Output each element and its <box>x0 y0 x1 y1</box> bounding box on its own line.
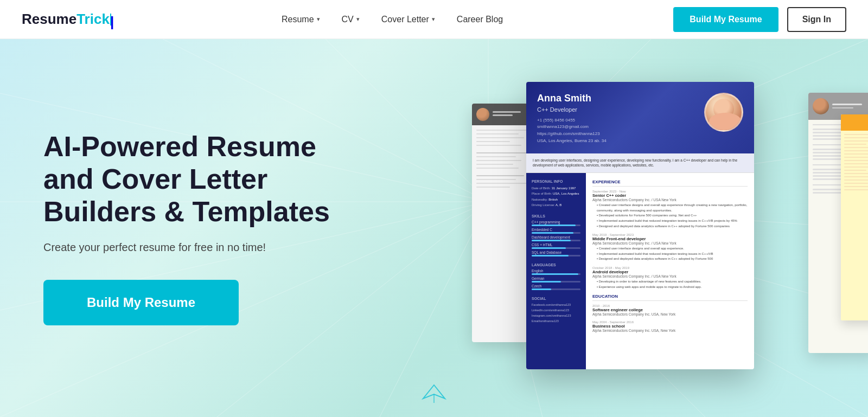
nav-label-resume: Resume <box>282 15 314 24</box>
nav-link-cover-letter[interactable]: Cover Letter ▾ <box>381 15 435 24</box>
resume-contact: +1 (555) 8456 0455 smithanna123@gmail.co… <box>537 117 695 145</box>
skill-bar-css: CSS + HTML <box>532 243 580 249</box>
sidebar-skills-label: Skills <box>532 214 580 218</box>
experience-item-1: September 2023 - Now Senior C++ coder Al… <box>592 190 748 229</box>
chevron-down-icon: ▾ <box>317 16 320 23</box>
bottom-icon-svg <box>418 382 450 404</box>
resume-preview-yellow <box>841 114 868 320</box>
nav-label-career-blog: Career Blog <box>457 15 503 24</box>
language-bar-german: German <box>532 277 580 283</box>
sidebar-languages: Languages English German Czech <box>532 263 580 290</box>
resume-name: Anna Smith <box>537 93 695 104</box>
hero-title: AI-Powered Resume and Cover Letter Build… <box>43 131 353 228</box>
language-bar-czech: Czech <box>532 284 580 290</box>
sidebar-personal-label: Personal Info <box>532 179 580 183</box>
sidebar-skills: Skills C++ programming Embedded C Dashbo… <box>532 214 580 256</box>
nav-link-career-blog[interactable]: Career Blog <box>457 15 503 24</box>
resume-sidebar: Personal Info Date of Birth: 31 January … <box>526 173 586 369</box>
resume-preview-main: Anna Smith C++ Developer +1 (555) 8456 0… <box>526 82 754 369</box>
chevron-down-icon: ▾ <box>356 16 360 23</box>
build-my-resume-hero-button[interactable]: Build My Resume <box>43 280 239 325</box>
resume-yellow-header <box>841 114 868 131</box>
sidebar-languages-label: Languages <box>532 263 580 267</box>
logo-trick-text: Trick <box>76 11 110 28</box>
nav-item-cover-letter[interactable]: Cover Letter ▾ <box>381 15 435 24</box>
hero-visual: Anna Smith C++ Developer +1 (555) 8456 0… <box>472 71 868 386</box>
bottom-decorative-icon <box>418 382 450 406</box>
skill-bar-embedded: Embedded C <box>532 228 580 234</box>
build-my-resume-nav-button[interactable]: Build My Resume <box>673 7 778 32</box>
nav-label-cv: CV <box>342 15 354 24</box>
resume-yellow-body <box>841 131 868 196</box>
hero-subtitle: Create your perfect resume for free in n… <box>43 241 353 254</box>
language-bar-english: English <box>532 269 580 275</box>
sidebar-social-label: Social <box>532 297 580 300</box>
hero-content: AI-Powered Resume and Cover Letter Build… <box>0 131 353 325</box>
nav-item-resume[interactable]: Resume ▾ <box>282 15 320 24</box>
skill-bar-sql: SQL and Database <box>532 251 580 256</box>
nav-item-cv[interactable]: CV ▾ <box>342 15 360 24</box>
logo-resume-text: Resume <box>22 11 76 28</box>
resume-back-right-photo <box>813 98 829 114</box>
sidebar-personal-info: Personal Info Date of Birth: 31 January … <box>532 179 580 208</box>
skill-bar-dashboard: Dashboard development <box>532 235 580 241</box>
education-item-2: May 2004 - September 2016 Business schoo… <box>592 320 748 332</box>
sidebar-social: Social Facebook.com/smithanna123 LinkedI… <box>532 297 580 324</box>
nav-label-cover-letter: Cover Letter <box>381 15 429 24</box>
resume-back-left-photo <box>476 108 489 121</box>
resume-role: C++ Developer <box>537 106 695 113</box>
hero-section: AI-Powered Resume and Cover Letter Build… <box>0 39 868 417</box>
nav-link-cv[interactable]: CV ▾ <box>342 15 360 24</box>
resume-main-content: Experience September 2023 - Now Senior C… <box>586 173 754 369</box>
nav-item-career-blog[interactable]: Career Blog <box>457 15 503 24</box>
experience-item-3: October 2018 - May 2019 Android develope… <box>592 266 748 290</box>
education-section-title: Education <box>592 294 748 301</box>
chevron-down-icon: ▾ <box>432 16 435 23</box>
experience-section-title: Experience <box>592 179 748 187</box>
resume-avatar <box>704 93 743 132</box>
experience-item-2: May 2019 - September 2023 Middle Front-e… <box>592 233 748 262</box>
nav-link-resume[interactable]: Resume ▾ <box>282 15 320 24</box>
logo[interactable]: ResumeTrick| <box>22 11 111 28</box>
resume-body: Personal Info Date of Birth: 31 January … <box>526 173 754 369</box>
education-item-1: 2010 - 2016 Software engineer college Al… <box>592 304 748 316</box>
logo-cursor-icon: | <box>110 14 111 25</box>
resume-back-right-info <box>832 104 868 108</box>
sign-in-button[interactable]: Sign In <box>787 7 846 32</box>
nav-links: Resume ▾ CV ▾ Cover Letter ▾ Career Blog <box>282 15 503 24</box>
navbar: ResumeTrick| Resume ▾ CV ▾ Cover Letter … <box>0 0 868 39</box>
resume-summary: I am developing user interfaces, designi… <box>526 153 754 174</box>
skill-bar-cpp: C++ programming <box>532 220 580 226</box>
nav-right: Build My Resume Sign In <box>673 7 846 32</box>
resume-header: Anna Smith C++ Developer +1 (555) 8456 0… <box>526 82 754 153</box>
